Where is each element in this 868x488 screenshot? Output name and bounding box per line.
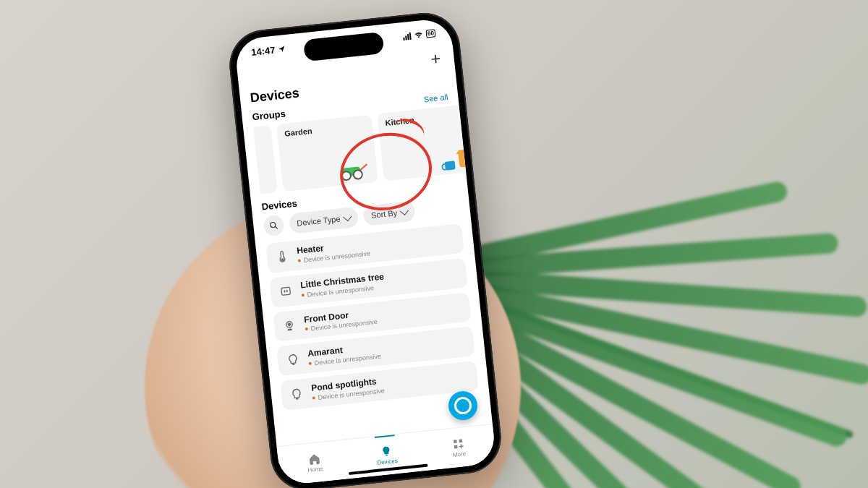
location-icon	[278, 45, 286, 53]
device-list: HeaterDevice is unresponsive Little Chri…	[265, 223, 479, 411]
add-button[interactable]: ＋	[427, 50, 445, 67]
lawnmower-icon	[339, 161, 372, 181]
bulb-icon	[379, 445, 393, 459]
iphone-frame: 14:47 60 ＋ Devices Groups See all	[226, 9, 504, 488]
group-card-kitchen[interactable]: Kitchen	[377, 105, 466, 181]
svg-rect-12	[459, 439, 462, 442]
tab-home[interactable]: Home	[277, 440, 353, 486]
tab-more[interactable]: More	[420, 424, 496, 471]
photo-background: 14:47 60 ＋ Devices Groups See all	[0, 0, 868, 488]
group-label: Kitchen	[385, 116, 414, 127]
home-icon	[307, 452, 322, 466]
wifi-icon	[414, 30, 424, 40]
svg-rect-5	[286, 290, 288, 292]
chevron-down-icon	[343, 212, 352, 221]
bulb-icon	[288, 385, 305, 403]
svg-rect-3	[281, 287, 291, 295]
svg-rect-11	[454, 440, 457, 443]
plug-icon	[277, 283, 294, 300]
svg-point-2	[281, 259, 284, 261]
sort-by-filter[interactable]: Sort By	[363, 201, 417, 226]
group-card-partial[interactable]	[253, 125, 278, 194]
battery-indicator: 60	[426, 29, 436, 38]
camera-icon	[281, 317, 298, 334]
thermometer-icon	[273, 248, 291, 265]
alexa-ring-icon	[454, 396, 472, 415]
search-button[interactable]	[263, 215, 285, 237]
group-card-garden[interactable]: Garden	[276, 114, 378, 192]
phone-screen: 14:47 60 ＋ Devices Groups See all	[234, 17, 496, 486]
group-label: Garden	[284, 127, 313, 138]
svg-rect-10	[386, 455, 388, 456]
pitcher-mug-icon	[441, 146, 467, 171]
status-time: 14:47	[251, 45, 276, 58]
bulb-icon	[284, 351, 302, 369]
see-all-link[interactable]: See all	[423, 93, 448, 103]
cell-signal-icon	[403, 32, 412, 40]
chevron-down-icon	[400, 206, 409, 215]
svg-rect-8	[292, 364, 294, 365]
device-type-filter[interactable]: Device Type	[289, 207, 359, 234]
svg-line-1	[275, 226, 278, 229]
groups-heading: Groups	[252, 108, 286, 123]
search-icon	[268, 220, 279, 231]
svg-rect-13	[454, 445, 458, 449]
svg-rect-4	[284, 290, 285, 292]
svg-rect-9	[296, 398, 298, 399]
devices-heading: Devices	[261, 198, 297, 213]
grid-plus-icon	[451, 437, 466, 451]
svg-point-7	[288, 323, 291, 326]
